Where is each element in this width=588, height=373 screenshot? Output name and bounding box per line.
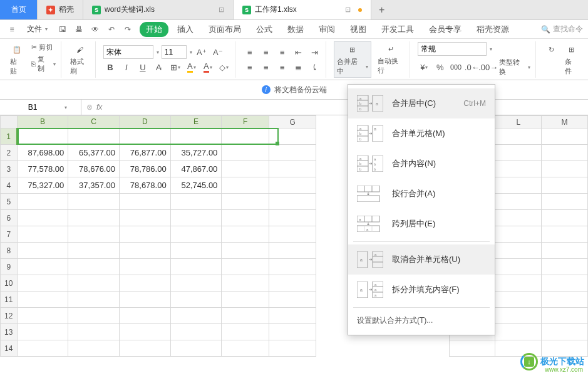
align-left-button[interactable]: ≡: [243, 60, 257, 74]
type-convert-button[interactable]: 类型转换▾: [498, 57, 532, 77]
cell[interactable]: 47,867.00: [170, 161, 222, 177]
merge-item-rows[interactable]: 按行合并(A): [348, 179, 495, 209]
cell[interactable]: 78,676.00: [68, 161, 120, 177]
underline-button[interactable]: U: [136, 60, 150, 74]
align-middle-button[interactable]: ≡: [259, 45, 273, 59]
chevron-down-icon[interactable]: ▾: [490, 46, 492, 52]
merge-item-center[interactable]: abba 合并居中(C) Ctrl+M: [348, 88, 495, 118]
row-head-11[interactable]: 11: [1, 292, 18, 308]
align-center-button[interactable]: ≡: [259, 60, 273, 74]
menu-tab-dev[interactable]: 开发工具: [375, 22, 420, 37]
redo-icon[interactable]: ↷: [121, 23, 135, 36]
more-font-button[interactable]: A̶: [152, 60, 166, 74]
menu-tab-data[interactable]: 数据: [281, 22, 310, 37]
increase-decimal-button[interactable]: .00→: [482, 60, 495, 74]
number-format-combo[interactable]: [418, 42, 487, 56]
merge-footer[interactable]: 设置默认合并方式(T)...: [348, 310, 495, 331]
rotate-button[interactable]: ↻: [544, 42, 559, 77]
merge-item-across[interactable]: aa 跨列居中(E): [348, 209, 495, 239]
cell[interactable]: 75,327.00: [17, 177, 68, 194]
decrease-font-button[interactable]: A⁻: [211, 45, 225, 59]
menu-tab-layout[interactable]: 页面布局: [202, 22, 247, 37]
align-bottom-button[interactable]: ≡: [276, 45, 289, 59]
row-head-2[interactable]: 2: [1, 145, 18, 161]
close-icon[interactable]: ⊡: [219, 6, 224, 14]
indent-left-button[interactable]: ⇤: [292, 45, 306, 59]
menu-tab-formula[interactable]: 公式: [250, 22, 279, 37]
conditional-format-button[interactable]: ⊞ 条件: [564, 42, 579, 77]
cell-reference-input[interactable]: [1, 103, 64, 112]
row-head-8[interactable]: 8: [1, 243, 18, 259]
col-head-D[interactable]: D: [119, 116, 170, 129]
merge-item-cells[interactable]: abba 合并单元格(M): [348, 118, 495, 149]
cell[interactable]: 78,678.00: [119, 177, 170, 194]
spreadsheet-grid[interactable]: B C D E F G K L M 1 287,698.0065,377.007…: [0, 115, 588, 357]
row-head-3[interactable]: 3: [1, 161, 18, 177]
border-button[interactable]: ⊞▾: [168, 60, 182, 74]
col-head-F[interactable]: F: [222, 116, 269, 129]
paste-button[interactable]: 📋 粘贴: [9, 42, 25, 77]
undo-icon[interactable]: ↶: [105, 23, 118, 36]
bold-button[interactable]: B: [103, 60, 117, 74]
font-color-button[interactable]: A▾: [201, 60, 215, 74]
merge-item-content[interactable]: abbabb 合并内容(N): [348, 149, 495, 179]
cell[interactable]: 78,786.00: [119, 161, 170, 177]
menu-icon[interactable]: ≡: [5, 23, 19, 36]
cell-reference-box[interactable]: ▾: [0, 100, 81, 115]
menu-tab-review[interactable]: 审阅: [312, 22, 341, 37]
cell[interactable]: 52,745.00: [170, 177, 222, 194]
tab-daoke[interactable]: ✦ 稻壳: [38, 0, 83, 19]
row-head-1[interactable]: 1: [1, 129, 18, 145]
orientation-button[interactable]: ⤹: [308, 60, 322, 74]
search-label[interactable]: 查找命令: [553, 24, 583, 34]
chevron-down-icon[interactable]: ▾: [190, 50, 192, 55]
print-icon[interactable]: 🖶: [72, 23, 86, 36]
file-menu[interactable]: 文件 ▾: [21, 23, 53, 35]
row-head-6[interactable]: 6: [1, 210, 18, 226]
select-all-corner[interactable]: [1, 116, 18, 129]
menu-tab-start[interactable]: 开始: [140, 22, 168, 37]
cut-button[interactable]: ✂剪切: [30, 42, 57, 53]
chevron-down-icon[interactable]: ▾: [157, 50, 159, 55]
col-head-C[interactable]: C: [68, 116, 120, 129]
close-icon[interactable]: ⊡: [345, 6, 351, 14]
row-head-10[interactable]: 10: [1, 275, 18, 292]
menu-tab-view[interactable]: 视图: [344, 22, 373, 37]
row-head-7[interactable]: 7: [1, 226, 18, 243]
tab-file-1[interactable]: S word关键词.xls ⊡: [83, 0, 234, 19]
fill-color-button[interactable]: A▾: [185, 60, 199, 74]
merge-center-button[interactable]: ⊞ 合并居中▾: [334, 41, 371, 78]
preview-icon[interactable]: 👁: [88, 23, 102, 36]
cell[interactable]: 65,377.00: [68, 145, 120, 161]
row-head-9[interactable]: 9: [1, 259, 18, 275]
clear-format-button[interactable]: ◇▾: [217, 60, 231, 74]
comma-button[interactable]: 000: [449, 60, 462, 74]
indent-right-button[interactable]: ⇥: [308, 45, 322, 59]
increase-font-button[interactable]: A⁺: [195, 45, 209, 59]
col-head-L[interactable]: L: [495, 116, 542, 129]
save-icon[interactable]: 🖫: [56, 23, 70, 36]
format-painter-button[interactable]: 🖌 格式刷: [69, 42, 91, 77]
row-head-5[interactable]: 5: [1, 194, 18, 210]
merge-item-split-fill[interactable]: aaaa 拆分并填充内容(F): [348, 275, 495, 305]
tab-add-button[interactable]: +: [371, 4, 392, 16]
currency-button[interactable]: ¥▾: [418, 60, 431, 74]
cell[interactable]: 87,698.00: [17, 145, 68, 161]
tab-home[interactable]: 首页: [0, 0, 38, 19]
percent-button[interactable]: %: [433, 60, 446, 74]
cell[interactable]: 77,578.00: [17, 161, 68, 177]
row-head-13[interactable]: 13: [1, 324, 18, 340]
font-name-combo[interactable]: [103, 45, 153, 59]
menu-tab-insert[interactable]: 插入: [171, 22, 200, 37]
cell[interactable]: 37,357.00: [68, 177, 120, 194]
search-icon[interactable]: 🔍: [541, 25, 550, 34]
col-head-G[interactable]: G: [269, 116, 316, 129]
italic-button[interactable]: I: [120, 60, 133, 74]
tab-file-2[interactable]: S 工作簿1.xlsx ⊡: [234, 0, 371, 19]
copy-button[interactable]: ⎘复制▾: [30, 54, 57, 74]
wrap-text-button[interactable]: ↵ 自动换行: [376, 41, 406, 78]
align-top-button[interactable]: ≡: [243, 45, 257, 59]
align-justify-button[interactable]: ≣: [292, 60, 306, 74]
col-head-E[interactable]: E: [170, 116, 222, 129]
merge-item-unmerge[interactable]: aa 取消合并单元格(U): [348, 244, 495, 275]
